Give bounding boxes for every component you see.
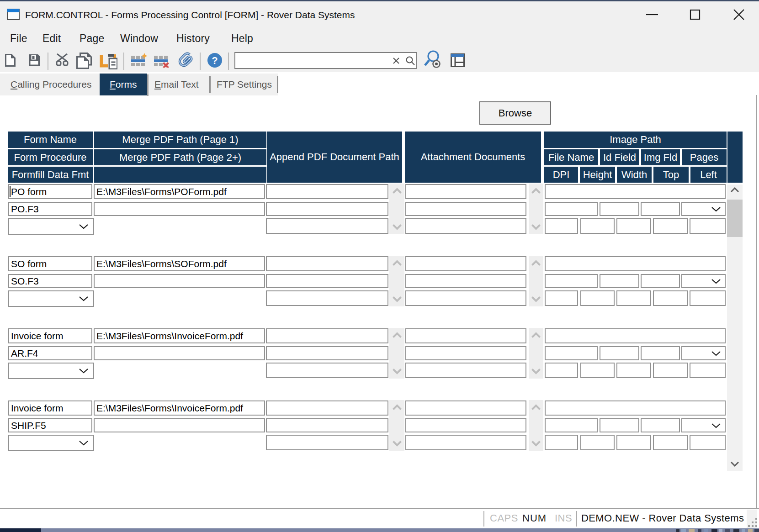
- svg-text:?: ?: [212, 55, 218, 66]
